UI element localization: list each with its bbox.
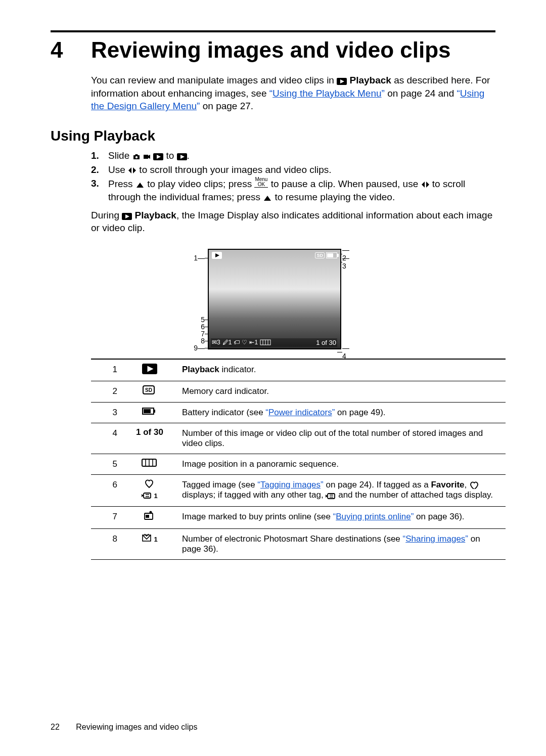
- up-icon: [263, 195, 272, 202]
- callout-9: 9—: [190, 344, 205, 352]
- link-tagging-images[interactable]: Tagging images: [260, 480, 321, 490]
- playback-label: Playback: [350, 75, 391, 85]
- row-desc: Image position in a panoramic sequence.: [176, 454, 506, 474]
- table-row: 8 1 Number of electronic Photosmart Shar…: [91, 528, 506, 559]
- intro-text-3: on page 24 and: [387, 88, 457, 99]
- row-number: 2: [91, 381, 123, 402]
- callout-1: 1—: [190, 254, 205, 262]
- page-footer: 22 Reviewing images and video clips: [51, 723, 197, 732]
- link-sharing-images[interactable]: Sharing images: [405, 534, 465, 544]
- row-number: 4: [91, 423, 123, 454]
- row-number: 3: [91, 402, 123, 423]
- steps-list: Slide to . Use to scroll through your im…: [91, 149, 495, 204]
- manual-page: 4 Reviewing images and video clips You c…: [0, 0, 546, 756]
- desc-d: displays; if tagged with any other tag,: [182, 490, 326, 500]
- figure-image: SD ✉3 🖉1 🏷 ♡ ⇤1 1 of 30: [208, 249, 341, 349]
- row-desc: Playback indicator.: [176, 359, 506, 381]
- step1-text-a: Slide: [108, 150, 132, 161]
- figure-top-bar: SD: [212, 252, 337, 259]
- row-desc: Image marked to buy prints online (see “…: [176, 506, 506, 528]
- table-row: 1 Playback indicator.: [91, 359, 506, 381]
- desc-a: Number of electronic Photosmart Share de…: [182, 534, 403, 544]
- panorama-mini-icon: [260, 339, 271, 345]
- panorama-icon: [142, 458, 158, 467]
- chapter-title: Reviewing images and video clips: [91, 38, 451, 62]
- indicators-table: 1 Playback indicator. 2 Memory card indi…: [91, 359, 506, 560]
- desc-b: on page 24). If tagged as a: [324, 480, 431, 490]
- close-quote: ”: [382, 88, 385, 99]
- table-row: 6 1 Tagged image (see “Tagging images” o…: [91, 474, 506, 506]
- battery-icon: [142, 407, 157, 416]
- callout-3: —3: [342, 254, 352, 270]
- tag-mini-icon: 🏷: [234, 339, 240, 346]
- tag-icon: [326, 492, 336, 499]
- row-number: 1: [91, 359, 123, 381]
- tag-icon: ⇤1: [249, 339, 258, 346]
- link-power-indicators[interactable]: Power indicators: [268, 408, 332, 417]
- desc-bold: Favorite: [431, 480, 464, 490]
- heart-icon: [469, 481, 478, 489]
- tag-icon: [142, 492, 153, 500]
- step3-text-b: to play video clips; press: [147, 179, 254, 189]
- buy-icon: 🖉1: [222, 339, 232, 346]
- desc-c: ,: [465, 480, 469, 490]
- camera-icon: [132, 153, 141, 160]
- share-count-icon: ✉3: [212, 339, 220, 346]
- tag-count: 1: [154, 492, 157, 500]
- battery-icon: [326, 252, 337, 258]
- desc-b: on page 36).: [414, 512, 464, 521]
- playback-icon: [142, 364, 157, 374]
- step3-text-e: to resume playing the video.: [275, 192, 395, 202]
- row-desc: Number of electronic Photosmart Share de…: [176, 528, 506, 559]
- left-right-icon: [421, 181, 430, 189]
- chapter-heading: 4 Reviewing images and video clips: [51, 38, 495, 62]
- heart-mini-icon: ♡: [242, 339, 247, 346]
- row-desc: Memory card indicator.: [176, 381, 506, 402]
- share-count: 1: [154, 536, 157, 543]
- share-icon: [142, 533, 153, 543]
- table-row: 3 Battery indicator (see “Power indicato…: [91, 402, 506, 423]
- step-1: Slide to .: [91, 149, 495, 162]
- section-heading: Using Playback: [51, 128, 495, 144]
- playback-icon: [337, 78, 347, 85]
- link-buying-prints[interactable]: Buying prints online: [336, 512, 411, 521]
- page-number: 22: [51, 723, 60, 731]
- menu-ok-icon: MenuOK: [254, 177, 268, 188]
- footer-title: Reviewing images and video clips: [76, 723, 197, 731]
- figure-counter: 1 of 30: [316, 339, 336, 346]
- video-icon: [143, 153, 151, 160]
- top-rule: [51, 30, 495, 32]
- desc-bold: Playback: [182, 365, 219, 374]
- chapter-number: 4: [51, 38, 77, 62]
- playback-icon: [122, 213, 132, 220]
- step2-text-b: to scroll through your images and video …: [139, 164, 331, 175]
- step3-text-a: Press: [108, 179, 135, 189]
- desc-b: on page 49).: [335, 408, 385, 417]
- heart-icon: [144, 479, 155, 489]
- step-3: Press to play video clips; press MenuOK …: [91, 177, 495, 203]
- desc-a: Image marked to buy prints online (see: [182, 512, 333, 521]
- table-row: 2 Memory card indicator.: [91, 381, 506, 402]
- link-playback-menu[interactable]: Using the Playback Menu: [272, 88, 381, 99]
- intro-text-1: You can review and manipulate images and…: [91, 75, 337, 85]
- playback-icon: [177, 153, 187, 160]
- intro-text-4: on page 27.: [200, 101, 253, 111]
- row-number: 8: [91, 528, 123, 559]
- row-number: 5: [91, 454, 123, 474]
- row-desc: Battery indicator (see “Power indicators…: [176, 402, 506, 423]
- up-icon: [135, 182, 145, 189]
- post-steps-paragraph: During Playback, the Image Display also …: [91, 209, 495, 235]
- row-number: 6: [91, 474, 123, 506]
- playback-icon: [153, 153, 163, 160]
- sd-icon: [143, 385, 157, 395]
- buy-prints-icon: [144, 511, 156, 522]
- left-right-icon: [128, 166, 136, 174]
- table-row: 4 1 of 30 Number of this image or video …: [91, 423, 506, 454]
- step1-text-b: to: [166, 150, 176, 161]
- intro-paragraph: You can review and manipulate images and…: [91, 74, 495, 113]
- step3-text-c: to pause a clip. When paused, use: [271, 179, 421, 189]
- table-row: 7 Image marked to buy prints online (see…: [91, 506, 506, 528]
- desc-rest: indicator.: [219, 365, 256, 374]
- sd-icon: SD: [315, 252, 325, 258]
- row-desc: Tagged image (see “Tagging images” on pa…: [176, 474, 506, 506]
